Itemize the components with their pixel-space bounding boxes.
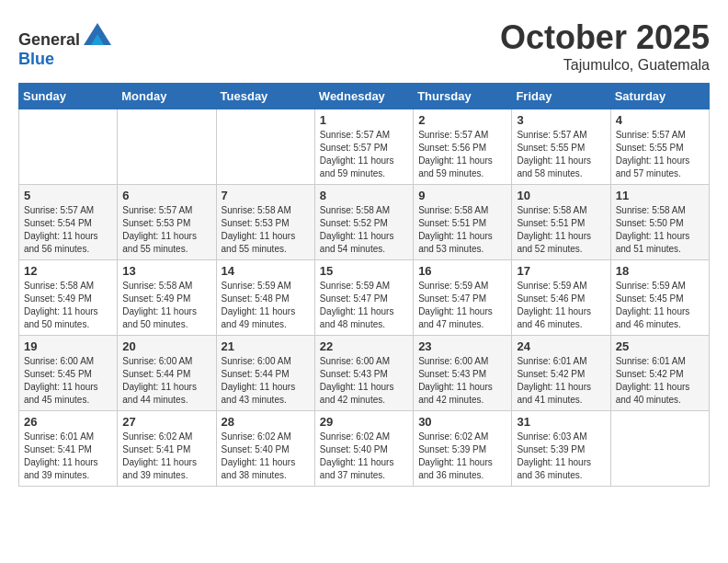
calendar-cell: 28Sunrise: 6:02 AMSunset: 5:40 PMDayligh… xyxy=(216,411,314,487)
weekday-header-monday: Monday xyxy=(118,84,216,109)
day-number: 22 xyxy=(320,339,408,353)
calendar-cell: 18Sunrise: 5:59 AMSunset: 5:45 PMDayligh… xyxy=(610,260,709,336)
day-number: 10 xyxy=(517,189,605,202)
calendar-cell: 11Sunrise: 5:58 AMSunset: 5:50 PMDayligh… xyxy=(610,185,709,260)
day-number: 26 xyxy=(24,415,112,429)
calendar-cell: 7Sunrise: 5:58 AMSunset: 5:53 PMDaylight… xyxy=(216,185,314,260)
weekday-header-sunday: Sunday xyxy=(19,84,118,109)
page-header: General Blue October 2025 Tajumulco, Gua… xyxy=(18,18,710,74)
calendar-cell xyxy=(216,109,314,185)
calendar-cell xyxy=(118,109,216,185)
day-number: 31 xyxy=(517,415,605,429)
calendar-cell xyxy=(610,411,709,487)
day-number: 11 xyxy=(616,189,704,202)
calendar-cell xyxy=(19,109,118,185)
day-number: 28 xyxy=(222,415,310,429)
calendar-cell: 15Sunrise: 5:59 AMSunset: 5:47 PMDayligh… xyxy=(314,260,413,336)
calendar-cell: 20Sunrise: 6:00 AMSunset: 5:44 PMDayligh… xyxy=(118,336,216,411)
calendar-cell: 22Sunrise: 6:00 AMSunset: 5:43 PMDayligh… xyxy=(314,336,413,411)
calendar-cell: 9Sunrise: 5:58 AMSunset: 5:51 PMDaylight… xyxy=(414,185,512,260)
calendar-cell: 12Sunrise: 5:58 AMSunset: 5:49 PMDayligh… xyxy=(19,260,118,336)
calendar-cell: 4Sunrise: 5:57 AMSunset: 5:55 PMDaylight… xyxy=(610,109,709,185)
day-number: 1 xyxy=(320,113,408,127)
calendar-cell: 2Sunrise: 5:57 AMSunset: 5:56 PMDaylight… xyxy=(414,109,512,185)
day-info: Sunrise: 6:02 AMSunset: 5:40 PMDaylight:… xyxy=(320,431,408,482)
weekday-header-saturday: Saturday xyxy=(610,84,709,109)
day-info: Sunrise: 5:59 AMSunset: 5:47 PMDaylight:… xyxy=(418,280,506,331)
month-title: October 2025 xyxy=(500,18,710,57)
day-number: 24 xyxy=(517,339,605,353)
day-info: Sunrise: 5:58 AMSunset: 5:50 PMDaylight:… xyxy=(616,204,704,256)
day-number: 19 xyxy=(24,339,112,353)
day-number: 2 xyxy=(418,113,506,127)
logo-icon xyxy=(84,23,111,45)
calendar-cell: 14Sunrise: 5:59 AMSunset: 5:48 PMDayligh… xyxy=(216,260,314,336)
day-number: 5 xyxy=(24,189,112,202)
day-number: 17 xyxy=(517,264,605,278)
calendar-cell: 13Sunrise: 5:58 AMSunset: 5:49 PMDayligh… xyxy=(118,260,216,336)
day-info: Sunrise: 5:58 AMSunset: 5:53 PMDaylight:… xyxy=(222,204,310,256)
day-info: Sunrise: 5:58 AMSunset: 5:51 PMDaylight:… xyxy=(418,204,506,256)
calendar-cell: 8Sunrise: 5:58 AMSunset: 5:52 PMDaylight… xyxy=(314,185,413,260)
calendar-cell: 1Sunrise: 5:57 AMSunset: 5:57 PMDaylight… xyxy=(314,109,413,185)
day-info: Sunrise: 5:58 AMSunset: 5:51 PMDaylight:… xyxy=(517,204,605,256)
logo-text: General Blue xyxy=(18,23,111,69)
calendar-cell: 10Sunrise: 5:58 AMSunset: 5:51 PMDayligh… xyxy=(512,185,610,260)
title-block: October 2025 Tajumulco, Guatemala xyxy=(500,18,710,74)
day-info: Sunrise: 6:01 AMSunset: 5:42 PMDaylight:… xyxy=(616,355,704,407)
calendar-cell: 5Sunrise: 5:57 AMSunset: 5:54 PMDaylight… xyxy=(19,185,118,260)
day-info: Sunrise: 5:59 AMSunset: 5:48 PMDaylight:… xyxy=(222,280,310,331)
day-number: 3 xyxy=(517,113,605,127)
day-number: 6 xyxy=(122,189,210,202)
day-info: Sunrise: 5:57 AMSunset: 5:57 PMDaylight:… xyxy=(320,129,408,180)
calendar-cell: 17Sunrise: 5:59 AMSunset: 5:46 PMDayligh… xyxy=(512,260,610,336)
day-number: 16 xyxy=(418,264,506,278)
day-info: Sunrise: 5:59 AMSunset: 5:47 PMDaylight:… xyxy=(320,280,408,331)
day-info: Sunrise: 6:00 AMSunset: 5:44 PMDaylight:… xyxy=(122,355,210,407)
weekday-header-friday: Friday xyxy=(512,84,610,109)
calendar-week-row: 1Sunrise: 5:57 AMSunset: 5:57 PMDaylight… xyxy=(19,109,710,185)
calendar-cell: 24Sunrise: 6:01 AMSunset: 5:42 PMDayligh… xyxy=(512,336,610,411)
day-info: Sunrise: 5:57 AMSunset: 5:53 PMDaylight:… xyxy=(122,204,210,256)
weekday-header-tuesday: Tuesday xyxy=(216,84,314,109)
day-number: 4 xyxy=(616,113,704,127)
day-number: 14 xyxy=(222,264,310,278)
day-number: 9 xyxy=(418,189,506,202)
calendar-cell: 16Sunrise: 5:59 AMSunset: 5:47 PMDayligh… xyxy=(414,260,512,336)
day-info: Sunrise: 5:59 AMSunset: 5:45 PMDaylight:… xyxy=(616,280,704,331)
day-number: 25 xyxy=(616,339,704,353)
day-number: 18 xyxy=(616,264,704,278)
calendar-cell: 31Sunrise: 6:03 AMSunset: 5:39 PMDayligh… xyxy=(512,411,610,487)
weekday-header-thursday: Thursday xyxy=(414,84,512,109)
calendar-cell: 19Sunrise: 6:00 AMSunset: 5:45 PMDayligh… xyxy=(19,336,118,411)
calendar-week-row: 19Sunrise: 6:00 AMSunset: 5:45 PMDayligh… xyxy=(19,336,710,411)
day-number: 20 xyxy=(122,339,210,353)
day-info: Sunrise: 5:58 AMSunset: 5:52 PMDaylight:… xyxy=(320,204,408,256)
day-number: 8 xyxy=(320,189,408,202)
day-number: 13 xyxy=(122,264,210,278)
day-info: Sunrise: 5:59 AMSunset: 5:46 PMDaylight:… xyxy=(517,280,605,331)
calendar-week-row: 12Sunrise: 5:58 AMSunset: 5:49 PMDayligh… xyxy=(19,260,710,336)
logo: General Blue xyxy=(18,23,111,69)
day-info: Sunrise: 5:58 AMSunset: 5:49 PMDaylight:… xyxy=(122,280,210,331)
logo-blue: Blue xyxy=(18,50,54,68)
day-info: Sunrise: 6:01 AMSunset: 5:41 PMDaylight:… xyxy=(24,431,112,482)
day-info: Sunrise: 5:58 AMSunset: 5:49 PMDaylight:… xyxy=(24,280,112,331)
day-info: Sunrise: 5:57 AMSunset: 5:55 PMDaylight:… xyxy=(517,129,605,180)
day-number: 27 xyxy=(122,415,210,429)
day-info: Sunrise: 6:00 AMSunset: 5:44 PMDaylight:… xyxy=(222,355,310,407)
day-number: 15 xyxy=(320,264,408,278)
day-info: Sunrise: 6:02 AMSunset: 5:41 PMDaylight:… xyxy=(122,431,210,482)
day-number: 30 xyxy=(418,415,506,429)
calendar-week-row: 26Sunrise: 6:01 AMSunset: 5:41 PMDayligh… xyxy=(19,411,710,487)
day-number: 23 xyxy=(418,339,506,353)
calendar-cell: 25Sunrise: 6:01 AMSunset: 5:42 PMDayligh… xyxy=(610,336,709,411)
day-info: Sunrise: 5:57 AMSunset: 5:56 PMDaylight:… xyxy=(418,129,506,180)
calendar-cell: 23Sunrise: 6:00 AMSunset: 5:43 PMDayligh… xyxy=(414,336,512,411)
day-info: Sunrise: 5:57 AMSunset: 5:54 PMDaylight:… xyxy=(24,204,112,256)
weekday-header-wednesday: Wednesday xyxy=(314,84,413,109)
day-info: Sunrise: 6:01 AMSunset: 5:42 PMDaylight:… xyxy=(517,355,605,407)
day-number: 12 xyxy=(24,264,112,278)
calendar-cell: 30Sunrise: 6:02 AMSunset: 5:39 PMDayligh… xyxy=(414,411,512,487)
calendar-cell: 6Sunrise: 5:57 AMSunset: 5:53 PMDaylight… xyxy=(118,185,216,260)
